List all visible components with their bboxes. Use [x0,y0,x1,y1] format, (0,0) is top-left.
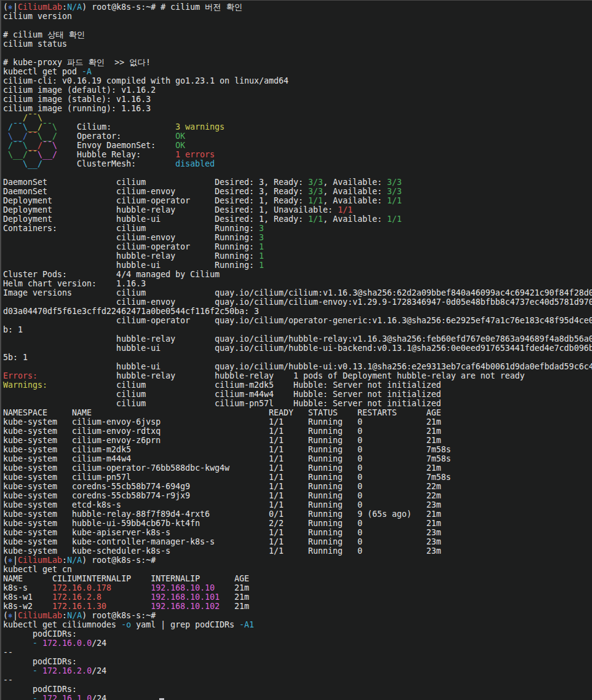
terminal-line: (⎈|CiliumLab:N/A) root@k8s-s:~# [3,611,592,620]
terminal-line: cilium-envoy Running: 3 [3,233,592,242]
terminal-line: cilium image (running): 1.16.3 [3,104,592,113]
terminal-line: - 172.16.2.0/24 [3,666,592,675]
terminal-line: cilium status [3,39,592,49]
terminal-line [3,21,592,30]
terminal-line: kubectl get ciliumnodes -o yaml | grep p… [3,620,592,629]
terminal-line: # cilium 상태 확인 [3,30,592,39]
podcidrs-grep-output: (⎈|CiliumLab:N/A) root@k8s-s:~#kubectl g… [3,611,592,700]
terminal-line: Errors: hubble-relay hubble-relay 1 pods… [3,371,592,380]
terminal-line: cilium cilium-pn57l Hubble: Server not i… [3,399,592,408]
terminal-line: 5b: 1 [3,353,592,362]
terminal-line: DaemonSet cilium Desired: 3, Ready: 3/3,… [3,178,592,187]
kube-proxy-check-command: # kube-proxy 파드 확인 >> 없다!kubectl get pod… [3,58,592,76]
terminal-line: /¯¯\__/¯¯\ Envoy DaemonSet: OK [3,141,592,150]
terminal-line: k8s-s 172.16.0.178 192.168.10.10 21m [3,583,592,592]
terminal-line: kube-system kube-controller-manager-k8s-… [3,537,592,546]
terminal-line: kube-system cilium-envoy-z6prn 1/1 Runni… [3,436,592,445]
terminal-line: kube-system cilium-envoy-rdtxq 1/1 Runni… [3,427,592,436]
terminal-line: NAME CILIUMINTERNALIP INTERNALIP AGE [3,574,592,583]
terminal-line: k8s-w1 172.16.2.8 192.168.10.101 21m [3,592,592,602]
terminal-line: Cluster Pods: 4/4 managed by Cilium [3,270,592,279]
terminal-line: # kube-proxy 파드 확인 >> 없다! [3,58,592,67]
terminal-line: podCIDRs: [3,685,592,694]
terminal-line: d03a04470df5f61e3cffd22462471a0be0544cf1… [3,307,592,316]
terminal-line: kubectl get cn [3,565,592,574]
cilium-status-output: /¯¯\ /¯¯\__/¯¯\ Cilium: 3 warnings \__/¯… [3,113,592,408]
pod-table: NAMESPACE NAME READY STATUS RESTARTS AGE… [3,408,592,556]
terminal-line: Helm chart version: 1.16.3 [3,279,592,288]
terminal-line: -- [3,648,592,657]
terminal-line: NAMESPACE NAME READY STATUS RESTARTS AGE [3,408,592,417]
terminal-line: hubble-ui quay.io/cilium/hubble-ui-backe… [3,344,592,353]
terminal-line: (⎈|CiliumLab:N/A) root@k8s-s:~# # cilium… [3,2,592,12]
terminal-line: \__/ ClusterMesh: disabled [3,159,592,168]
terminal-line: cilium-cli: v0.16.19 compiled with go1.2… [3,76,592,85]
terminal-line: kube-system cilium-envoy-6jvsp 1/1 Runni… [3,417,592,427]
terminal-line: Deployment cilium-operator Desired: 1, R… [3,196,592,205]
terminal-line: k8s-w2 172.16.1.30 192.168.10.102 21m [3,602,592,611]
terminal-line: hubble-ui quay.io/cilium/hubble-ui:v0.13… [3,362,592,371]
terminal-line: cilium-envoy quay.io/cilium/cilium-envoy… [3,297,592,307]
terminal-line: Containers: cilium Running: 3 [3,224,592,233]
cilium-version-output: cilium-cli: v0.16.19 compiled with go1.2… [3,76,592,113]
terminal-line: kube-system etcd-k8s-s 1/1 Running 0 23m [3,500,592,509]
terminal-line: kube-system cilium-m2dk5 1/1 Running 0 7… [3,445,592,454]
terminal-line: Warnings: cilium cilium-m2dk5 Hubble: Se… [3,380,592,390]
terminal-line: -- [3,675,592,685]
terminal-line: kube-system coredns-55cb58b774-r9jx9 1/1… [3,491,592,500]
terminal-line: cilium version [3,12,592,21]
terminal-line: /¯¯\__/¯¯\ Cilium: 3 warnings [3,122,592,132]
terminal-line: b: 1 [3,325,592,334]
terminal-line: hubble-ui Running: 1 [3,261,592,270]
get-ciliumnodes-table: (⎈|CiliumLab:N/A) root@k8s-s:~#kubectl g… [3,556,592,611]
terminal-line: - 172.16.1.0/24 [3,694,592,700]
terminal-line: kube-system hubble-relay-88f7f89d4-4rxt6… [3,509,592,519]
terminal-line: - 172.16.0.0/24 [3,639,592,648]
terminal-line [3,49,592,58]
terminal-line: hubble-relay Running: 1 [3,251,592,261]
terminal-line: \__/¯¯\__/ Hubble Relay: 1 errors [3,150,592,159]
terminal-output: (⎈|CiliumLab:N/A) root@k8s-s:~# # cilium… [3,2,592,700]
terminal-line: cilium image (default): v1.16.2 [3,85,592,95]
terminal-line: kube-system coredns-55cb58b774-694g9 1/1… [3,482,592,491]
terminal-line: (⎈|CiliumLab:N/A) root@k8s-s:~# [3,556,592,565]
terminal-line: cilium cilium-m44w4 Hubble: Server not i… [3,390,592,399]
cilium-version-command: (⎈|CiliumLab:N/A) root@k8s-s:~# # cilium… [3,2,592,30]
terminal-line: podCIDRs: [3,657,592,666]
terminal-line: kube-system kube-scheduler-k8s-s 1/1 Run… [3,546,592,556]
terminal-line: cilium image (stable): v1.16.3 [3,95,592,104]
terminal-line: /¯¯\ [3,113,592,122]
terminal-line [3,168,592,178]
terminal-line: Image versions cilium quay.io/cilium/cil… [3,288,592,297]
terminal-line: kube-system hubble-ui-59bb4cb67b-kt4fn 2… [3,519,592,528]
terminal-line: kube-system cilium-operator-76bb588dbc-k… [3,463,592,473]
cilium-status-command: # cilium 상태 확인cilium status [3,30,592,58]
terminal-line: hubble-relay quay.io/cilium/hubble-relay… [3,334,592,344]
terminal-line: kube-system kube-apiserver-k8s-s 1/1 Run… [3,528,592,537]
terminal-line: kube-system cilium-pn57l 1/1 Running 0 7… [3,473,592,482]
terminal-line: Deployment hubble-ui Desired: 1, Ready: … [3,214,592,224]
terminal-line: \__/¯¯\__/ Operator: OK [3,132,592,141]
terminal-line: kube-system cilium-m44w4 1/1 Running 0 7… [3,454,592,463]
terminal[interactable]: (⎈|CiliumLab:N/A) root@k8s-s:~# # cilium… [0,0,592,700]
terminal-line: Deployment hubble-relay Desired: 1, Unav… [3,205,592,214]
terminal-line: kubectl get pod -A [3,67,592,76]
terminal-line: DaemonSet cilium-envoy Desired: 3, Ready… [3,187,592,196]
terminal-line: podCIDRs: [3,629,592,639]
terminal-line: cilium-operator quay.io/cilium/operator-… [3,316,592,325]
terminal-line: cilium-operator Running: 1 [3,242,592,251]
